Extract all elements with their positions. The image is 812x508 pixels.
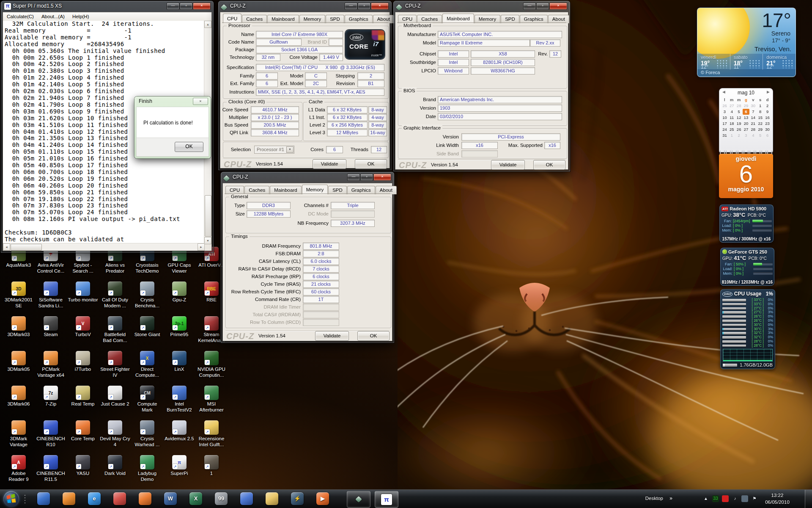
validate-button[interactable]: Validate [315,331,349,341]
weather-gadget[interactable]: 17° Sereno 17° - 9° Treviso, Ven. venerd… [697,8,796,77]
calendar-day[interactable]: 16 [764,115,771,121]
desktop-icon[interactable]: ↗1 [195,455,228,477]
desktop-icon[interactable]: ↗3DMark03 [3,316,35,338]
calendar-day[interactable]: 28 [735,103,743,109]
thunderbird-taskbar-icon[interactable] [37,492,50,505]
desktop-icon[interactable]: ↗Ladybug Demo [131,455,163,482]
calendar-day[interactable]: 29 [757,127,764,133]
desktop-icon[interactable]: ↗Dark Void [99,455,131,477]
calendar-day[interactable]: 5 [735,109,743,115]
desktop-icon[interactable]: ↗SiSoftware Sandra Li... [35,282,67,309]
ok-button[interactable]: OK [533,160,565,170]
calendar-day[interactable]: 27 [728,103,735,109]
tab-spd[interactable]: SPD [501,15,519,23]
tab-graphics[interactable]: Graphics [345,15,373,23]
desktop-icon[interactable]: ↗LinX [163,351,195,373]
menu-item[interactable]: About...(A) [38,12,69,21]
desktop-icon[interactable]: ↗Recensione Intel Gulft... [195,420,228,447]
close-button[interactable]: × [549,3,567,10]
calendar-day[interactable]: 3 [743,133,750,138]
tab-spd[interactable]: SPD [326,15,344,23]
calendar-day[interactable]: 1 [728,133,735,138]
scroll-left-arrow[interactable]: ◄ [3,243,10,251]
close-button[interactable]: × [193,3,211,10]
calendar-day[interactable]: 2 [764,103,771,109]
ccleaner-taskbar-icon[interactable] [113,492,126,505]
desktop-icon[interactable]: ↗CINEBENCH R11.5 [35,455,67,482]
toolbar-expand-chevron[interactable]: » [669,495,672,501]
desktop-icon[interactable]: ↗Street Fighter IV [99,351,131,378]
desktop-icon[interactable]: ↗Intel BurnTestV2 [163,386,195,413]
desktop-icon[interactable]: ↗Battlefield Bad Com... [99,316,131,343]
tab-memory[interactable]: Memory [475,15,501,23]
calendar-day[interactable]: 21 [749,121,757,127]
minimize-button[interactable]: — [345,3,357,10]
desktop-icon[interactable]: CM↗Compute Mark [131,386,163,413]
validate-button[interactable]: Validate [491,160,525,170]
desktop-icon[interactable]: ↗3DMark05 [3,351,35,373]
ok-button[interactable]: OK [355,159,387,169]
calendar-day[interactable]: 22 [757,121,764,127]
tab-mainboard[interactable]: Mainboard [442,14,474,23]
desktop-icon[interactable]: V↗TurboV [67,316,99,338]
tab-about[interactable]: About [548,15,569,23]
desktop-icon[interactable]: ↗Call Of Duty Modern ... [99,282,131,309]
tab-memory[interactable]: Memory [302,185,328,194]
tab-mainboard[interactable]: Mainboard [267,15,299,23]
desktop-icon[interactable]: ↗Real Temp [67,386,99,407]
calendar-day[interactable]: 18 [728,121,735,127]
desktop-icon[interactable]: 3D↗3DMark2001 SE [3,282,35,309]
processor-select[interactable]: Processor #1▼ [254,146,294,154]
burning-bin-taskbar-icon[interactable] [139,492,151,505]
explorer-folder-taskbar-icon[interactable] [266,492,278,505]
maximize-button[interactable]: ▫ [358,3,370,10]
scroll-thumb[interactable] [205,195,211,237]
scroll-thumb-h[interactable] [11,244,42,251]
calendar-day[interactable]: 2 [735,133,743,138]
action-center-tray[interactable]: ⚑ [751,495,758,502]
calendar-day[interactable]: 8 [757,109,764,115]
tab-cpu[interactable]: CPU [223,14,241,23]
internet-explorer-taskbar-icon[interactable]: e [88,492,101,505]
calendar-day[interactable]: 31 [721,133,728,138]
desktop-icon[interactable]: A↗Adobe Reader 9 [3,455,35,482]
volume-tray[interactable]: ♪ [732,495,738,502]
tab-cpu[interactable]: CPU [225,186,244,194]
desktop-icon[interactable]: X↗Direct Compute... [131,351,163,378]
tab-graphics[interactable]: Graphics [520,15,548,23]
calendar-day[interactable]: 19 [735,121,743,127]
calendar-day[interactable]: 24 [721,127,728,133]
close-button[interactable]: × [371,3,389,10]
calendar-day[interactable]: 4 [728,109,735,115]
scroll-up-arrow[interactable]: ▲ [204,21,211,28]
realtemp-tray[interactable]: 33 [712,495,719,502]
tab-memory[interactable]: Memory [299,15,326,23]
desktop-icon[interactable]: ↗3DMark Vantage [3,420,35,447]
desktop-icon[interactable]: ↗Gpu-Z [163,282,195,303]
calendar-day[interactable]: 25 [728,127,735,133]
desktop-icon[interactable]: ↗Stone Giant [131,316,163,338]
desktop-icon[interactable]: ↗Crysis Benchma... [131,282,163,309]
menu-item[interactable]: Help(H) [69,12,93,21]
cpu-usage-gadget[interactable]: intel CPU Usage 1% [ 33°C ]0%[ 33°C ]0%[… [720,289,775,369]
desktop-icon[interactable]: ↗Devil May Cry 4 [99,420,131,447]
ok-button[interactable]: OK [357,331,390,341]
desktop-icon[interactable]: ↗NVIDIA GPU Computin... [195,351,228,378]
hidden-icons-chevron[interactable]: ▲ [702,495,709,502]
dialog-close-icon[interactable]: × [193,98,208,105]
desktop-icon[interactable]: ↗Turbo monitor [67,282,99,303]
desktop-icon[interactable]: ↗PCMark Vantage x64 [35,351,67,378]
network-tray[interactable] [741,495,748,502]
desktop-icon[interactable]: 2p-1↗Prime95 [163,316,195,338]
start-button[interactable] [3,491,19,507]
tab-caches[interactable]: Caches [244,186,269,194]
scroll-right-arrow[interactable]: ► [198,243,205,251]
clock[interactable]: 13:22 06/05/2010 [760,492,794,505]
ati-tray[interactable] [722,495,729,502]
desktop-icon[interactable]: ↗Core Temp [67,420,99,442]
ok-button[interactable]: OK [175,142,203,152]
calendar-day[interactable]: 17 [721,121,728,127]
tab-graphics[interactable]: Graphics [347,186,375,194]
desktop-icon[interactable]: ↗MSI Afterburner [195,386,228,413]
show-desktop-button[interactable] [805,490,812,508]
